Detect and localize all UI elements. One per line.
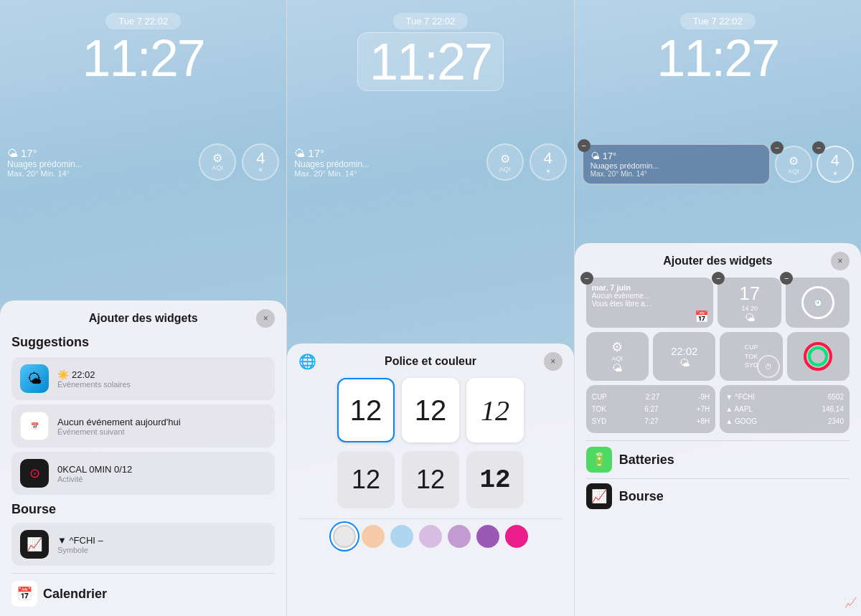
time-display-2: 11:27: [357, 32, 504, 91]
weather-temp-1: 🌤 17°: [7, 147, 193, 159]
weather-widget-3: − 🌤 17° Nuages prédomin... Max. 20° Min.…: [582, 143, 771, 185]
aqi-widget-1: ⚙ AQI: [199, 143, 236, 181]
section-calendrier: 📅 Calendrier: [11, 573, 275, 607]
remove-uv-widget[interactable]: −: [812, 141, 825, 154]
widget-sheet-3: Ajouter des widgets × − mar. 7 juin Aucu…: [575, 243, 861, 616]
date-text-1: Tue 7 22:02: [118, 16, 168, 27]
activity-ring-tile[interactable]: [787, 332, 850, 381]
lock-top-3: Tue 7 22:02 11:27: [575, 0, 861, 84]
color-purple-light[interactable]: [448, 525, 471, 548]
uv-widget-2: 4 ☀: [530, 143, 567, 181]
time-display-3: 11:27: [657, 32, 778, 84]
section-bourse: Bourse: [11, 502, 275, 517]
suggestion-calendar-text: Aucun événement aujourd'hui Événement su…: [57, 417, 266, 436]
lock-top-1: Tue 7 22:02 11:27: [0, 0, 286, 84]
weather-info-2: 🌤 17° Nuages prédomin... Max. 20° Min. 1…: [294, 147, 480, 178]
widget-row-1: − mar. 7 juin Aucun évèneme... Vous êtes…: [586, 278, 850, 328]
phone-panel-3: Tue 7 22:02 11:27 − 🌤 17° Nuages prédomi…: [575, 0, 861, 616]
date-pill-2: Tue 7 22:02: [393, 13, 469, 29]
remove-aqi-widget[interactable]: −: [771, 141, 784, 154]
font-option-2[interactable]: 12: [402, 378, 459, 442]
batteries-section: 🔋 Batteries: [586, 440, 850, 478]
calendar-app-icon: 📅: [20, 412, 49, 440]
time-display-1: 11:27: [83, 32, 204, 84]
weather-minmax-1: Max. 20° Min. 14°: [7, 169, 193, 178]
font-option-3[interactable]: 12: [466, 378, 524, 442]
font-picker-sheet: 🌐 Police et couleur × 12 12 12 12 12 12: [287, 343, 573, 616]
phone-panel-1: Tue 7 22:02 11:27 🌤 17° Nuages prédomin.…: [0, 0, 286, 616]
weather-temp-2: 🌤 17°: [294, 147, 480, 159]
weather-desc-1: Nuages prédomin...: [7, 159, 193, 169]
activity-app-icon: ⊙: [20, 459, 49, 488]
font-picker-close[interactable]: ×: [544, 352, 563, 371]
stocks-indices-tile[interactable]: ▼ ^FCHI6502 ▲ AAPL146,14 ▲ GOOG2340 📈: [720, 385, 850, 433]
uv-widget-3: − 4 ☀: [817, 146, 854, 183]
clock-widget-1[interactable]: − 🕙: [786, 278, 850, 328]
weather-icon-1: 🌤: [7, 147, 18, 159]
suggestion-weather-text: ☀️ 22:02 Événements solaires: [57, 369, 266, 389]
suggestion-calendar[interactable]: 📅 Aucun événement aujourd'hui Événement …: [11, 404, 275, 447]
time-22-tile[interactable]: 22:02 🌤: [653, 332, 715, 381]
widget-row-3: CUP2:27-9H TOK6:27+7H SYD7:27+8H ▼ ^FCHI…: [586, 385, 850, 433]
font-options-row1: 12 12 12: [298, 378, 562, 442]
weather-row-1: 🌤 17° Nuages prédomin... Max. 20° Min. 1…: [7, 143, 279, 181]
font-option-4[interactable]: 12: [337, 451, 395, 508]
date-pill-1: Tue 7 22:02: [105, 13, 181, 29]
suggestion-weather[interactable]: 🌤 ☀️ 22:02 Événements solaires: [11, 357, 275, 400]
globe-icon: 🌐: [298, 353, 316, 370]
remove-weather-widget[interactable]: −: [578, 139, 591, 152]
stocks-app-icon: 📈: [20, 530, 49, 559]
font-options-row2: 12 12 12: [298, 451, 562, 508]
suggestion-bourse[interactable]: 📈 ▼ ^FCHI – Symbole: [11, 523, 275, 566]
sheet-title-3: Ajouter des widgets: [663, 255, 772, 267]
aqi-widget-2: ⚙ AQI: [486, 143, 524, 181]
font-picker-header: 🌐 Police et couleur ×: [298, 355, 562, 368]
color-pink[interactable]: [505, 525, 528, 548]
font-option-5[interactable]: 12: [402, 451, 459, 508]
phone-panel-2: Tue 7 22:02 11:27 🌤 17° Nuages prédomin.…: [287, 0, 573, 616]
font-option-6[interactable]: 12: [466, 451, 524, 508]
aqi-tile[interactable]: ⚙ AQI 🌤: [586, 332, 649, 381]
aqi-widget-3: − ⚙ AQI: [775, 146, 812, 183]
date-text-2: Tue 7 22:02: [406, 16, 456, 27]
font-picker-title: Police et couleur: [385, 355, 476, 368]
color-peach[interactable]: [362, 525, 385, 548]
num-17-widget[interactable]: − 17 14 20 🌤: [718, 278, 781, 328]
batteries-icon: 🔋: [586, 447, 612, 473]
color-palette: [298, 518, 562, 554]
date-pill-3: Tue 7 22:02: [680, 13, 756, 29]
sheet-header-1: Ajouter des widgets ×: [11, 312, 275, 325]
suggestions-title-1: Suggestions: [11, 335, 275, 350]
calendar-widget-tile[interactable]: − mar. 7 juin Aucun évèneme... Vous êtes…: [586, 278, 714, 328]
color-white[interactable]: [333, 525, 356, 548]
sheet-header-3: Ajouter des widgets ×: [586, 255, 850, 267]
font-option-1[interactable]: 12: [337, 378, 395, 442]
sheet-close-btn-1[interactable]: ×: [256, 309, 275, 328]
weather-app-icon: 🌤: [20, 364, 49, 393]
uv-widget-1: 4 ☀: [242, 143, 279, 181]
color-blue[interactable]: [390, 525, 413, 548]
bourse-section-3: 📈 Bourse: [586, 478, 850, 513]
stocks-clocks-tile[interactable]: CUP2:27-9H TOK6:27+7H SYD7:27+8H: [586, 385, 716, 433]
weather-info-1: 🌤 17° Nuages prédomin... Max. 20° Min. 1…: [7, 147, 193, 178]
sheet-title-1: Ajouter des widgets: [89, 312, 198, 325]
suggestion-activity[interactable]: ⊙ 0KCAL 0MIN 0/12 Activité: [11, 452, 275, 495]
color-lavender[interactable]: [419, 525, 442, 548]
weather-row-2: 🌤 17° Nuages prédomin... Max. 20° Min. 1…: [294, 143, 566, 181]
batteries-label: Batteries: [619, 452, 674, 468]
cup-tok-syd-tile[interactable]: CUP TOK SYD ⏱: [720, 332, 782, 381]
sheet-close-btn-3[interactable]: ×: [831, 252, 850, 270]
suggestion-activity-text: 0KCAL 0MIN 0/12 Activité: [57, 464, 266, 483]
bourse-icon-3: 📈: [586, 483, 612, 509]
weather-row-3: − 🌤 17° Nuages prédomin... Max. 20° Min.…: [582, 143, 854, 185]
lock-top-2: Tue 7 22:02 11:27: [287, 0, 573, 91]
color-purple[interactable]: [476, 525, 499, 548]
suggestion-bourse-text: ▼ ^FCHI – Symbole: [57, 535, 266, 554]
widget-row-2: ⚙ AQI 🌤 22:02 🌤 CUP TOK SYD ⏱: [586, 332, 850, 381]
bourse-label-3: Bourse: [619, 489, 664, 504]
widget-sheet-1: Ajouter des widgets × Suggestions 🌤 ☀️ 2…: [0, 300, 286, 616]
